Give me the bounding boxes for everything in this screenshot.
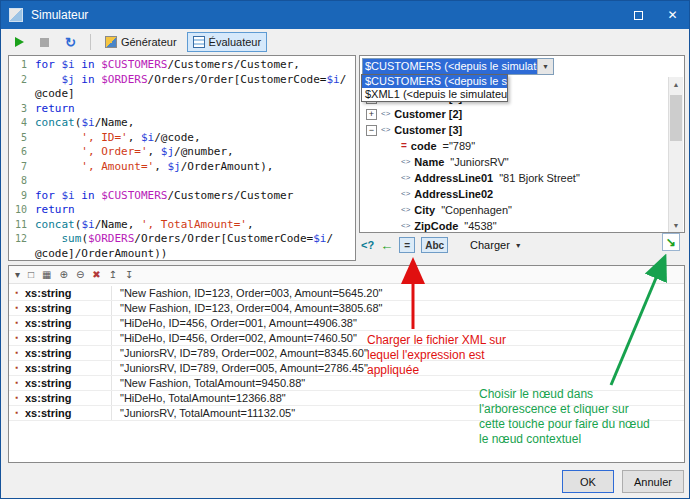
- restart-button[interactable]: ↻: [59, 32, 82, 52]
- var-token: $i: [81, 116, 94, 129]
- tree-row[interactable]: <>Name"JuniorsRV": [362, 154, 667, 170]
- pl-token: ,: [154, 160, 167, 173]
- source-combo[interactable]: $CUSTOMERS (<depuis le simulateur>) ▼: [362, 58, 554, 75]
- element-icon: <>: [381, 122, 390, 138]
- grid-view-icon[interactable]: ▦: [42, 269, 51, 280]
- app-icon: [9, 8, 23, 22]
- result-bullet-icon: ▪: [9, 331, 25, 345]
- result-row[interactable]: ▪xs:string"JuniorsRV, ID=789, Order=005,…: [9, 361, 684, 376]
- element-icon: <>: [381, 106, 390, 122]
- node-name: ZipCode: [414, 218, 458, 232]
- jump-bottom-icon[interactable]: ↧: [125, 269, 133, 280]
- result-bullet-icon: ▪: [9, 361, 25, 375]
- tree-row[interactable]: <>ZipCode"4538": [362, 218, 667, 232]
- scroll-up-icon[interactable]: ▲: [669, 77, 683, 91]
- equals-toggle[interactable]: =: [399, 237, 415, 253]
- element-icon: <>: [401, 186, 410, 202]
- zoom-in-icon[interactable]: ⊕: [60, 269, 68, 280]
- cell-view-icon[interactable]: □: [28, 269, 34, 280]
- xquery-editor[interactable]: 1for $i in $CUSTOMERS/Customers/Customer…: [8, 55, 356, 261]
- node-value: "Copenhagen": [441, 202, 512, 218]
- result-value: "New Fashion, ID=123, Order=004, Amount=…: [111, 301, 684, 315]
- var-token: $i: [141, 131, 154, 144]
- code-line: 11concat($i/Name, ', TotalAmount=',: [11, 218, 355, 233]
- zoom-out-icon[interactable]: ⊖: [76, 269, 84, 280]
- pl-token: ,: [128, 131, 141, 144]
- tree-row[interactable]: −<>Customer [3]: [362, 122, 667, 138]
- tree-row[interactable]: +<>Customer [2]: [362, 106, 667, 122]
- kw-token: in: [75, 189, 102, 202]
- var-token: $i: [313, 232, 326, 245]
- result-type: xs:string: [25, 391, 111, 405]
- toolbar-separator: [90, 34, 91, 50]
- pl-token: (: [81, 232, 88, 245]
- scroll-thumb[interactable]: [670, 95, 682, 141]
- str-token: ', Amount=': [81, 160, 154, 173]
- result-value: "New Fashion, ID=123, Order=003, Amount=…: [111, 286, 684, 300]
- line-number: 11: [11, 218, 27, 233]
- code-text: concat($i/Name,: [35, 116, 134, 131]
- code-line: 8: [11, 174, 355, 189]
- code-line: 10return: [11, 203, 355, 218]
- result-row[interactable]: ▪xs:string"HiDeHo, ID=456, Order=002, Am…: [9, 331, 684, 346]
- result-row[interactable]: ▪xs:string"New Fashion, ID=123, Order=00…: [9, 286, 684, 301]
- pl-token: /: [340, 73, 347, 86]
- charger-button[interactable]: Charger ▼: [464, 236, 528, 254]
- ok-button[interactable]: OK: [562, 470, 614, 493]
- line-number: 2: [11, 73, 27, 88]
- run-button[interactable]: [9, 32, 30, 52]
- evaluator-label: Évaluateur: [209, 36, 262, 48]
- fn-token: concat: [35, 116, 75, 129]
- var-token: $i: [81, 218, 94, 231]
- line-number: 5: [11, 131, 27, 146]
- evaluator-button[interactable]: Évaluateur: [187, 32, 268, 52]
- code-line: @code]/OrderAmount)): [11, 247, 355, 262]
- pl-token: /@number,: [174, 145, 234, 158]
- close-button[interactable]: ✕: [656, 1, 689, 29]
- play-icon: [15, 37, 24, 47]
- xml-prolog-icon[interactable]: <?: [361, 239, 374, 251]
- result-row[interactable]: ▪xs:string"JuniorsRV, ID=789, Order=002,…: [9, 346, 684, 361]
- abc-toggle[interactable]: Abc: [421, 237, 448, 253]
- line-number: 10: [11, 203, 27, 218]
- titlebar: Simulateur ✕: [1, 1, 689, 29]
- tree-scrollbar[interactable]: ▲ ▼: [668, 77, 683, 232]
- node-name: Customer [2]: [394, 106, 462, 122]
- code-line: 3return: [11, 102, 355, 117]
- var-token: $i: [62, 189, 75, 202]
- pl-token: [35, 131, 81, 144]
- pl-token: /Name,: [95, 218, 141, 231]
- maximize-button[interactable]: [622, 1, 655, 29]
- str-token: ', Order=': [81, 145, 147, 158]
- charger-dropdown-icon: ▼: [515, 242, 522, 249]
- red-annotation: Charger le fichier XML sur lequel l'expr…: [367, 333, 547, 378]
- combo-value: $CUSTOMERS (<depuis le simulateur>): [363, 59, 537, 74]
- back-arrow-icon[interactable]: ←: [380, 238, 393, 253]
- filter-icon[interactable]: ▾: [15, 269, 20, 280]
- clear-results-icon[interactable]: ✖: [92, 269, 100, 280]
- line-number: [11, 247, 27, 262]
- code-text: for $i in $CUSTOMERS/Customers/Customer: [35, 189, 293, 204]
- combo-option[interactable]: $CUSTOMERS (<depuis le simulateur>): [362, 75, 507, 88]
- tree-row[interactable]: <>AddressLine01"81 Bjork Street": [362, 170, 667, 186]
- cancel-button[interactable]: Annuler: [622, 470, 684, 493]
- pl-token: /: [326, 232, 333, 245]
- node-value: "JuniorsRV": [450, 154, 508, 170]
- generator-button[interactable]: Générateur: [99, 32, 183, 52]
- tree-row[interactable]: <>AddressLine02: [362, 186, 667, 202]
- result-row[interactable]: ▪xs:string"New Fashion, ID=123, Order=00…: [9, 301, 684, 316]
- combo-arrow-icon[interactable]: ▼: [537, 59, 553, 74]
- stop-button[interactable]: [34, 32, 55, 52]
- tree-expander-icon[interactable]: −: [366, 125, 377, 136]
- tree-expander-icon[interactable]: +: [366, 109, 377, 120]
- set-context-node-button[interactable]: ↘: [662, 233, 680, 251]
- tree-row[interactable]: <>City"Copenhagen": [362, 202, 667, 218]
- tree-row[interactable]: =code="789": [362, 138, 667, 154]
- result-row[interactable]: ▪xs:string"HiDeHo, ID=456, Order=001, Am…: [9, 316, 684, 331]
- jump-top-icon[interactable]: ↥: [109, 269, 117, 280]
- combo-option[interactable]: $XML1 (<depuis le simulateur>): [362, 88, 507, 101]
- code-line: 2 $j in $ORDERS/Orders/Order[CustomerCod…: [11, 73, 355, 88]
- result-bullet-icon: ▪: [9, 286, 25, 300]
- scroll-down-icon[interactable]: ▼: [669, 218, 683, 232]
- str-token: ', TotalAmount=': [141, 218, 247, 231]
